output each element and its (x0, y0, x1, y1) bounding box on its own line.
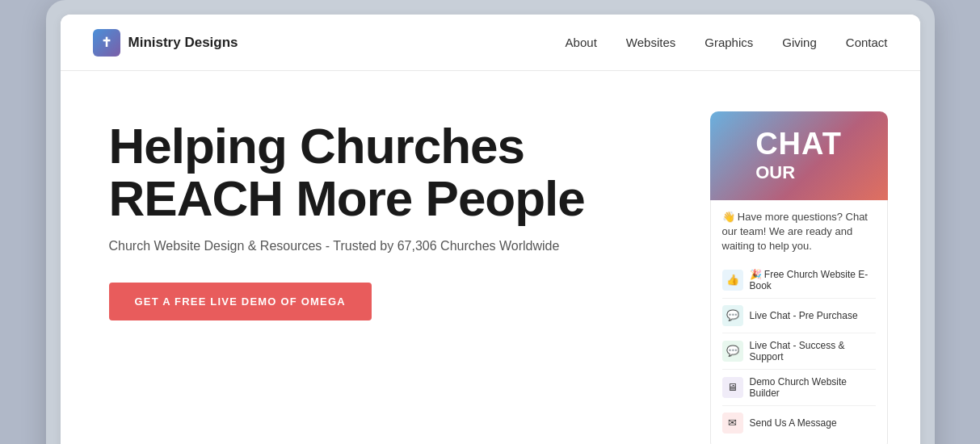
nav-websites[interactable]: Websites (626, 36, 675, 49)
nav-contact[interactable]: Contact (846, 36, 888, 49)
nav-about[interactable]: About (566, 36, 597, 49)
navbar: ✝ Ministry Designs About Websites Graphi… (61, 15, 920, 71)
chat-icon-ebook: 👍 (722, 270, 743, 291)
chat-item-demo[interactable]: 🖥 Demo Church Website Builder (722, 370, 876, 406)
chat-item-ebook[interactable]: 👍 🎉 Free Church Website E-Book (722, 262, 876, 299)
chat-icon-demo: 🖥 (722, 377, 743, 398)
chat-icon-message: ✉ (722, 413, 743, 434)
logo-icon: ✝ (93, 29, 120, 57)
chat-intro: 👋 Have more questions? Chat our team! We… (722, 210, 876, 254)
hero-content: Helping Churches REACH More People Churc… (109, 103, 678, 320)
logo-text: Ministry Designs (128, 35, 238, 51)
hero-section: Helping Churches REACH More People Churc… (61, 71, 920, 444)
chat-banner-title: CHAT (755, 128, 842, 159)
logo[interactable]: ✝ Ministry Designs (93, 29, 238, 57)
chat-icon-support: 💬 (722, 341, 743, 362)
nav-links: About Websites Graphics Giving Contact (566, 36, 888, 50)
chat-item-support[interactable]: 💬 Live Chat - Success & Support (722, 333, 876, 370)
browser-inner: ✝ Ministry Designs About Websites Graphi… (61, 15, 920, 444)
chat-banner: CHAT OUR (710, 111, 888, 200)
chat-item-message[interactable]: ✉ Send Us A Message (722, 406, 876, 440)
browser-frame: ✝ Ministry Designs About Websites Graphi… (46, 0, 935, 444)
hero-subtitle: Church Website Design & Resources - Trus… (109, 239, 678, 253)
chat-body: 👋 Have more questions? Chat our team! We… (710, 200, 888, 444)
chat-item-prepurchase[interactable]: 💬 Live Chat - Pre Purchase (722, 299, 876, 333)
chat-banner-subtitle: OUR (755, 162, 842, 183)
hero-title: Helping Churches REACH More People (109, 119, 678, 224)
nav-giving[interactable]: Giving (782, 36, 817, 49)
chat-widget: CHAT OUR 👋 Have more questions? Chat our… (710, 111, 888, 444)
nav-graphics[interactable]: Graphics (705, 36, 753, 49)
chat-icon-prepurchase: 💬 (722, 305, 743, 326)
hero-cta-button[interactable]: GET A FREE LIVE DEMO OF OMEGA (109, 283, 372, 320)
